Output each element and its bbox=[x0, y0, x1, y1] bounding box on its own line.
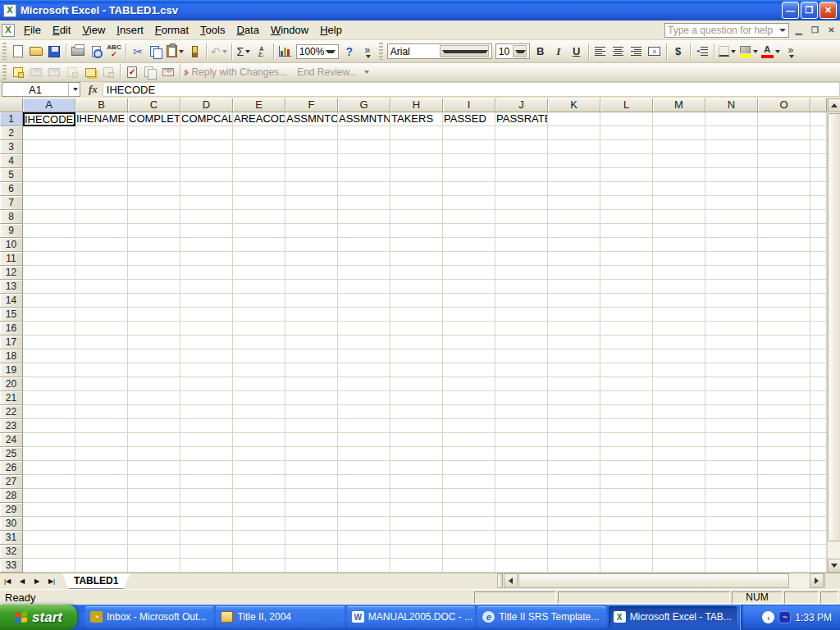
cell-M14[interactable] bbox=[653, 294, 705, 308]
cell-D19[interactable] bbox=[180, 363, 233, 377]
cell-O19[interactable] bbox=[758, 363, 810, 377]
cell-E18[interactable] bbox=[233, 349, 285, 363]
cell-C21[interactable] bbox=[128, 391, 180, 405]
cell-F15[interactable] bbox=[285, 308, 338, 322]
row-header-32[interactable]: 32 bbox=[0, 545, 23, 559]
cell-I25[interactable] bbox=[443, 447, 495, 461]
cell-C32[interactable] bbox=[128, 545, 180, 559]
cell-O15[interactable] bbox=[758, 308, 810, 322]
cell-F33[interactable] bbox=[285, 559, 338, 573]
cell-M10[interactable] bbox=[653, 238, 705, 252]
cell-F11[interactable] bbox=[285, 252, 338, 266]
cell-E12[interactable] bbox=[233, 266, 285, 280]
reply-with-changes-button[interactable]: Reply with Changes... bbox=[191, 66, 287, 78]
cell-C14[interactable] bbox=[128, 294, 180, 308]
cell-A24[interactable] bbox=[23, 433, 75, 447]
cell-B22[interactable] bbox=[75, 405, 128, 419]
cell-F14[interactable] bbox=[285, 294, 338, 308]
cell-A6[interactable] bbox=[23, 182, 75, 196]
cell-G9[interactable] bbox=[338, 224, 390, 238]
cell-A9[interactable] bbox=[23, 224, 75, 238]
spelling-icon[interactable]: ABC✓ bbox=[105, 43, 123, 61]
cell-J8[interactable] bbox=[495, 210, 548, 224]
cell-C12[interactable] bbox=[128, 266, 180, 280]
cell-K13[interactable] bbox=[548, 280, 600, 294]
cell-M15[interactable] bbox=[653, 308, 705, 322]
cell-O6[interactable] bbox=[758, 182, 810, 196]
cell-C15[interactable] bbox=[128, 308, 180, 322]
cell-O13[interactable] bbox=[758, 280, 810, 294]
cell-E30[interactable] bbox=[233, 517, 285, 531]
menu-file[interactable]: File bbox=[18, 21, 47, 39]
toolbar-options-icon[interactable]: » bbox=[358, 43, 377, 61]
cell-E13[interactable] bbox=[233, 280, 285, 294]
chevron-down-icon[interactable] bbox=[326, 50, 335, 53]
cell-K21[interactable] bbox=[548, 391, 600, 405]
column-header-E[interactable]: E bbox=[233, 98, 285, 112]
cell-B4[interactable] bbox=[75, 154, 128, 168]
cell-L19[interactable] bbox=[600, 363, 653, 377]
name-box[interactable]: A1 bbox=[2, 82, 80, 97]
cell-O3[interactable] bbox=[758, 140, 810, 154]
cell-B13[interactable] bbox=[75, 280, 128, 294]
cell-L22[interactable] bbox=[600, 405, 653, 419]
cell-L31[interactable] bbox=[600, 531, 653, 545]
cell-D28[interactable] bbox=[180, 489, 233, 503]
cell-H5[interactable] bbox=[390, 168, 443, 182]
cell-H12[interactable] bbox=[390, 266, 443, 280]
cell-C5[interactable] bbox=[128, 168, 180, 182]
toolbar-grip[interactable] bbox=[2, 65, 7, 80]
cell-D2[interactable] bbox=[180, 126, 233, 140]
cell-C4[interactable] bbox=[128, 154, 180, 168]
cell-L24[interactable] bbox=[600, 433, 653, 447]
borders-icon[interactable] bbox=[717, 43, 737, 61]
cell-C24[interactable] bbox=[128, 433, 180, 447]
column-header-B[interactable]: B bbox=[75, 98, 128, 112]
cell-K1[interactable] bbox=[548, 112, 600, 126]
cell-G21[interactable] bbox=[338, 391, 390, 405]
row-header-1[interactable]: 1 bbox=[0, 112, 23, 126]
cell-M27[interactable] bbox=[653, 475, 705, 489]
cell-C31[interactable] bbox=[128, 531, 180, 545]
cell-C3[interactable] bbox=[128, 140, 180, 154]
cell-A19[interactable] bbox=[23, 363, 75, 377]
row-header-24[interactable]: 24 bbox=[0, 433, 23, 447]
cell-N29[interactable] bbox=[705, 503, 758, 517]
cell-I4[interactable] bbox=[443, 154, 495, 168]
cell-G15[interactable] bbox=[338, 308, 390, 322]
cell-G13[interactable] bbox=[338, 280, 390, 294]
row-header-33[interactable]: 33 bbox=[0, 559, 23, 573]
cell-F29[interactable] bbox=[285, 503, 338, 517]
cell-O12[interactable] bbox=[758, 266, 810, 280]
cell-I2[interactable] bbox=[443, 126, 495, 140]
cell-E10[interactable] bbox=[233, 238, 285, 252]
cell-N31[interactable] bbox=[705, 531, 758, 545]
cell-D5[interactable] bbox=[180, 168, 233, 182]
cell-O8[interactable] bbox=[758, 210, 810, 224]
cell-K22[interactable] bbox=[548, 405, 600, 419]
cell-H11[interactable] bbox=[390, 252, 443, 266]
cell-N16[interactable] bbox=[705, 322, 758, 336]
cell-B3[interactable] bbox=[75, 140, 128, 154]
cell-I29[interactable] bbox=[443, 503, 495, 517]
cell-G19[interactable] bbox=[338, 363, 390, 377]
cell-L12[interactable] bbox=[600, 266, 653, 280]
cell-A13[interactable] bbox=[23, 280, 75, 294]
cell-I12[interactable] bbox=[443, 266, 495, 280]
row-header-16[interactable]: 16 bbox=[0, 322, 23, 336]
cell-K28[interactable] bbox=[548, 489, 600, 503]
cell-C27[interactable] bbox=[128, 475, 180, 489]
minimize-button[interactable]: — bbox=[782, 2, 799, 19]
cell-O2[interactable] bbox=[758, 126, 810, 140]
cell-G14[interactable] bbox=[338, 294, 390, 308]
scroll-left-icon[interactable] bbox=[504, 573, 518, 588]
cell-M8[interactable] bbox=[653, 210, 705, 224]
menu-data[interactable]: Data bbox=[231, 21, 264, 39]
cell-E5[interactable] bbox=[233, 168, 285, 182]
select-all-corner[interactable] bbox=[0, 98, 23, 112]
cell-A10[interactable] bbox=[23, 238, 75, 252]
cell-A8[interactable] bbox=[23, 210, 75, 224]
cell-B27[interactable] bbox=[75, 475, 128, 489]
cell-B2[interactable] bbox=[75, 126, 128, 140]
row-header-3[interactable]: 3 bbox=[0, 140, 23, 154]
